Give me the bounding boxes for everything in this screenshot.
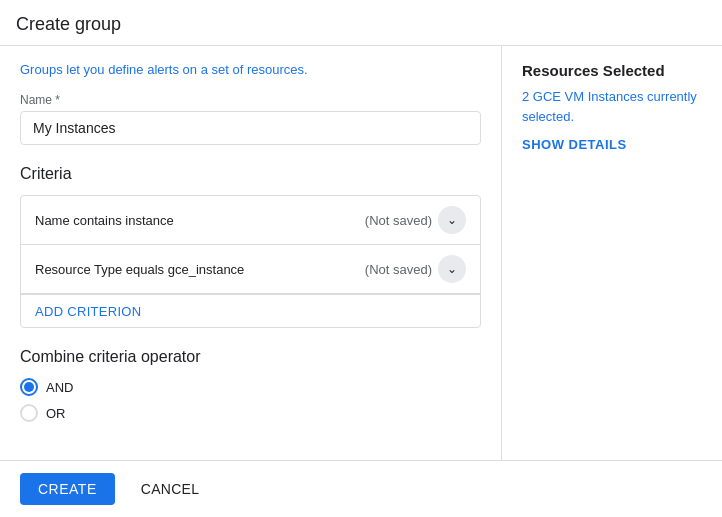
radio-circle-or bbox=[20, 404, 38, 422]
criteria-chevron-0[interactable]: ⌄ bbox=[438, 206, 466, 234]
name-input[interactable] bbox=[33, 120, 468, 136]
add-criterion-button[interactable]: ADD CRITERION bbox=[35, 304, 141, 319]
create-button[interactable]: CREATE bbox=[20, 473, 115, 505]
criteria-box: Name contains instance (Not saved) ⌄ Res… bbox=[20, 195, 481, 328]
page-title: Create group bbox=[16, 14, 121, 34]
cancel-button[interactable]: CANCEL bbox=[127, 473, 214, 505]
criteria-right-1: (Not saved) ⌄ bbox=[365, 255, 466, 283]
radio-label-or: OR bbox=[46, 406, 66, 421]
show-details-button[interactable]: SHOW DETAILS bbox=[522, 137, 627, 152]
right-panel: Resources Selected 2 GCE VM Instances cu… bbox=[502, 46, 722, 460]
resources-count: 2 GCE VM Instances currently selected. bbox=[522, 89, 697, 124]
radio-circle-and bbox=[20, 378, 38, 396]
name-input-wrapper bbox=[20, 111, 481, 145]
radio-option-and[interactable]: AND bbox=[20, 378, 481, 396]
name-field-label: Name * bbox=[20, 93, 481, 107]
criteria-status-1: (Not saved) bbox=[365, 262, 432, 277]
criteria-row: Name contains instance (Not saved) ⌄ bbox=[21, 196, 480, 245]
resources-selected-title: Resources Selected bbox=[522, 62, 702, 79]
criteria-section-title: Criteria bbox=[20, 165, 481, 183]
radio-label-and: AND bbox=[46, 380, 73, 395]
radio-group: AND OR bbox=[20, 378, 481, 422]
description-text: Groups let you define alerts on a set of… bbox=[20, 62, 481, 77]
criteria-row-1: Resource Type equals gce_instance (Not s… bbox=[21, 245, 480, 294]
criteria-row-text: Name contains instance bbox=[35, 213, 174, 228]
criteria-status-0: (Not saved) bbox=[365, 213, 432, 228]
criteria-chevron-1[interactable]: ⌄ bbox=[438, 255, 466, 283]
combine-criteria-title: Combine criteria operator bbox=[20, 348, 481, 366]
radio-option-or[interactable]: OR bbox=[20, 404, 481, 422]
resources-desc: 2 GCE VM Instances currently selected. bbox=[522, 87, 702, 126]
criteria-right-0: (Not saved) ⌄ bbox=[365, 206, 466, 234]
criteria-row-text-1: Resource Type equals gce_instance bbox=[35, 262, 244, 277]
add-criterion-row: ADD CRITERION bbox=[21, 294, 480, 327]
footer: CREATE CANCEL bbox=[0, 460, 722, 517]
